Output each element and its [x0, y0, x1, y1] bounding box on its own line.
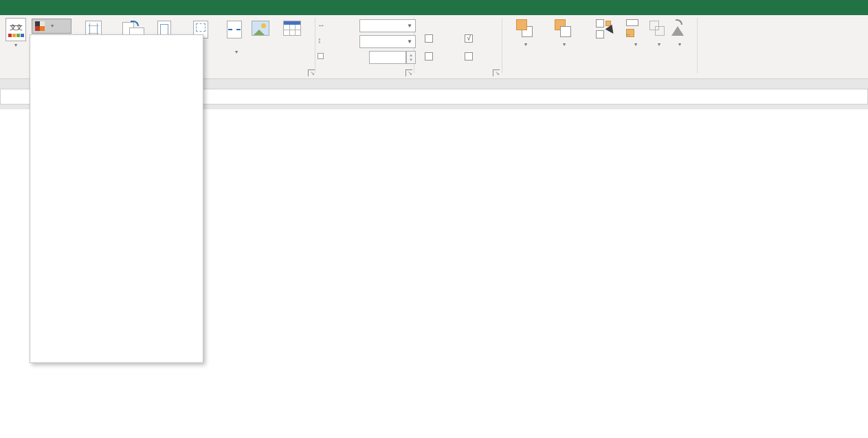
scale-spinner[interactable]: ▲▼	[406, 51, 416, 64]
chevron-down-icon: ▾	[14, 43, 17, 48]
theme-colors-icon	[35, 21, 45, 31]
scale-value-box	[369, 51, 406, 64]
chevron-down-icon: ▾	[524, 42, 527, 47]
rotate-button: ▾	[669, 19, 690, 47]
themes-button[interactable]: 文文 ▾	[1, 18, 30, 48]
themes-icon-glyph: 文文	[10, 23, 22, 32]
rotate-icon	[669, 19, 691, 40]
themes-icon-dots	[8, 34, 24, 37]
chevron-down-icon: ▾	[221, 49, 252, 55]
bring-forward-icon	[515, 19, 537, 40]
print-titles-icon[interactable]	[283, 21, 301, 36]
height-icon: ↕	[318, 36, 322, 44]
scale-dialog-launcher[interactable]: ↘	[405, 69, 412, 76]
group-icon	[648, 19, 670, 40]
align-button[interactable]: ← ▾	[624, 19, 647, 47]
chevron-down-icon: ▾	[563, 42, 566, 47]
width-select[interactable]: ▼	[359, 19, 416, 32]
chevron-down-icon: ▾	[51, 23, 54, 29]
print-titles-label[interactable]	[275, 39, 311, 49]
selection-pane-icon	[593, 19, 615, 40]
sheet-options-dialog-launcher[interactable]: ↘	[493, 69, 500, 76]
send-backward-icon	[553, 19, 575, 40]
chevron-down-icon: ▾	[658, 42, 660, 47]
background-label[interactable]	[249, 39, 274, 49]
bring-forward-button[interactable]: ▾	[509, 19, 543, 47]
theme-colors-menu	[30, 34, 203, 363]
group-separator	[315, 18, 315, 73]
breaks-icon[interactable]	[227, 21, 242, 39]
chevron-down-icon: ▾	[678, 42, 681, 47]
chevron-down-icon: ▾	[634, 42, 637, 47]
theme-colors-button[interactable]: ▾	[32, 19, 71, 34]
group-separator	[502, 18, 502, 73]
background-icon[interactable]	[252, 21, 269, 36]
ribbon-tab-bar	[0, 0, 868, 15]
send-backward-button[interactable]: ▾	[547, 19, 581, 47]
scale-icon	[318, 53, 324, 59]
gridlines-print-checkbox[interactable]	[425, 52, 436, 61]
width-icon: ↔	[318, 20, 325, 28]
gridlines-view-checkbox[interactable]	[425, 34, 436, 43]
themes-icon: 文文	[5, 18, 26, 41]
align-icon: ←	[625, 19, 647, 40]
height-select[interactable]: ▼	[359, 35, 416, 48]
headings-view-checkbox[interactable]: √	[465, 34, 476, 43]
breaks-label[interactable]	[221, 39, 252, 49]
headings-print-checkbox[interactable]	[465, 52, 476, 61]
page-setup-dialog-launcher[interactable]: ↘	[308, 69, 315, 76]
excel-window: 文文 ▾ ▾	[0, 0, 868, 438]
chevron-down-icon: ▼	[407, 39, 412, 45]
group-separator	[697, 18, 698, 73]
chevron-down-icon: ▼	[407, 23, 412, 29]
selection-pane-button[interactable]	[584, 19, 624, 42]
group-button: ▾	[649, 19, 669, 47]
